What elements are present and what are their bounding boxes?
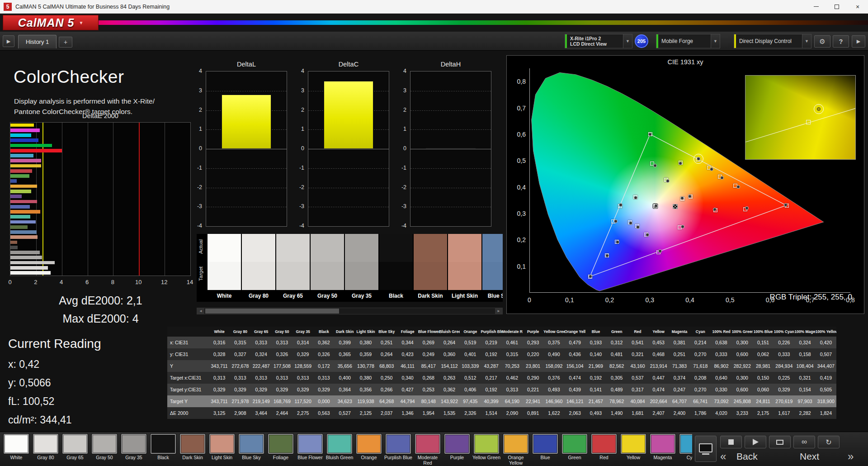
- patch-button[interactable]: Dark Skin: [178, 434, 207, 461]
- table-column-header: 100% Blue: [753, 327, 774, 337]
- strip-patch[interactable]: Blue Sky: [482, 234, 503, 302]
- table-cell: 0,420: [816, 337, 836, 348]
- calman-logo-menu[interactable]: CalMAN 5 ▼: [3, 15, 99, 30]
- patch-button[interactable]: Foliage: [266, 434, 295, 461]
- table-cell: 0,329: [230, 384, 250, 395]
- table-cell: 0,600: [732, 384, 753, 395]
- deltal-tick-number: 1: [199, 126, 202, 132]
- pattern-window-button[interactable]: [769, 436, 791, 448]
- patch-button[interactable]: Yellow Green: [472, 434, 501, 461]
- table-cell: 0,406: [460, 384, 481, 395]
- chevron-down-icon[interactable]: ▼: [802, 34, 811, 48]
- table-cell: 0,313: [230, 372, 250, 384]
- pattern-source-dropdown[interactable]: Mobile Forge ▼: [656, 34, 720, 48]
- patch-button[interactable]: Gray 50: [90, 434, 119, 461]
- patch-button-label: Purplish Blue: [384, 455, 413, 461]
- deltac-tick-number: 2: [301, 107, 304, 113]
- patch-button[interactable]: Green: [560, 434, 589, 461]
- table-cell: 0,313: [502, 384, 523, 395]
- display-control-dropdown[interactable]: Direct Display Control ▼: [734, 34, 811, 48]
- strip-patch-target: [448, 262, 481, 290]
- strip-patch[interactable]: Gray 80: [242, 234, 276, 302]
- meter-name: X-Rite i1Pro 2: [570, 36, 620, 42]
- continuous-measure-button[interactable]: ∞: [793, 436, 815, 448]
- collapse-panel-button[interactable]: ▶: [852, 35, 865, 48]
- stop-icon: [728, 439, 734, 445]
- table-cell: 0,380: [355, 372, 376, 384]
- patch-button[interactable]: Orange: [354, 434, 383, 461]
- stop-button[interactable]: [720, 436, 742, 448]
- close-button[interactable]: ×: [847, 0, 868, 13]
- play-button[interactable]: [745, 436, 766, 448]
- tab-history-1[interactable]: History 1: [18, 35, 57, 48]
- next-chevron-icon[interactable]: »: [848, 450, 854, 463]
- layout-nav-button[interactable]: ▶: [3, 35, 14, 47]
- patch-button[interactable]: Red: [590, 434, 618, 461]
- add-tab-button[interactable]: +: [59, 37, 72, 48]
- scroll-left-button[interactable]: ◄: [197, 308, 204, 314]
- patch-button[interactable]: Blue Sky: [237, 434, 266, 461]
- refresh-button[interactable]: ↻: [818, 436, 840, 448]
- patch-button-color: [503, 434, 528, 454]
- patch-button[interactable]: Black: [149, 434, 178, 461]
- patch-button[interactable]: Orange Yellow: [501, 434, 530, 466]
- strip-patch-label: Dark Skin: [414, 290, 447, 302]
- strip-patch[interactable]: Gray 35: [345, 234, 379, 302]
- deltae-bar: [10, 169, 32, 173]
- patch-button[interactable]: Purplish Blue: [384, 434, 413, 461]
- back-chevron-icon[interactable]: «: [720, 450, 726, 463]
- scrollbar-track[interactable]: [204, 308, 495, 314]
- back-button[interactable]: Back: [736, 451, 758, 462]
- chevron-down-icon[interactable]: ▼: [711, 34, 720, 48]
- strip-patch[interactable]: Dark Skin: [414, 234, 448, 302]
- table-cell: 0,362: [439, 384, 460, 395]
- maximize-button[interactable]: [826, 0, 847, 13]
- deltae-axis-number: 8: [111, 279, 114, 285]
- strip-patch[interactable]: Black: [379, 234, 414, 302]
- table-cell: 0,400: [335, 372, 355, 384]
- patch-button[interactable]: Yellow: [619, 434, 648, 461]
- patch-button[interactable]: Blue: [531, 434, 560, 461]
- display-toggle-button[interactable]: [695, 436, 717, 462]
- patch-button[interactable]: Magenta: [648, 434, 677, 461]
- strip-patch-label: Gray 35: [345, 290, 378, 302]
- strip-patch[interactable]: White: [208, 234, 242, 302]
- patch-button-label: Dark Skin: [178, 455, 207, 461]
- scrollbar-thumb[interactable]: [205, 309, 339, 314]
- strip-patch[interactable]: Gray 65: [276, 234, 311, 302]
- settings-button[interactable]: ⚙: [814, 35, 830, 48]
- table-cell: 0,316: [209, 337, 230, 348]
- patch-button[interactable]: Blue Flower: [296, 434, 325, 461]
- patch-button[interactable]: Gray 80: [31, 434, 60, 461]
- patch-button-color: [474, 434, 499, 454]
- table-row: x: CIE310,3160,3150,3130,3130,3140,3620,…: [167, 337, 836, 348]
- patch-button[interactable]: Moderate Red: [413, 434, 442, 466]
- meter-dropdown[interactable]: X-Rite i1Pro 2 LCD Direct View ▼: [565, 34, 632, 48]
- strip-patch[interactable]: Light Skin: [448, 234, 482, 302]
- deltah-tick-number: -4: [401, 223, 406, 229]
- patch-button[interactable]: Light Skin: [208, 434, 236, 461]
- cie-x-tick-label: 0,3: [646, 296, 654, 304]
- table-row: ΔE 20003,1252,9083,4642,4642,2750,5630,5…: [167, 407, 836, 419]
- patch-button[interactable]: Purple: [443, 434, 472, 461]
- chevron-down-icon[interactable]: ▼: [623, 34, 632, 48]
- table-cell: 270,619: [774, 395, 794, 407]
- patch-button-color: [4, 434, 29, 454]
- strip-patch-actual: [242, 234, 275, 262]
- table-column-header: 100% Yellow: [816, 327, 836, 337]
- inset-target-point: [806, 120, 811, 124]
- table-cell: 3,464: [251, 407, 272, 419]
- scroll-right-button[interactable]: ►: [495, 308, 502, 314]
- patch-button[interactable]: Gray 35: [119, 434, 148, 461]
- patch-button[interactable]: White: [2, 434, 31, 461]
- table-cell: 0,264: [376, 348, 397, 360]
- window-icon: [776, 440, 783, 445]
- strip-scrollbar[interactable]: ◄ ►: [197, 308, 503, 314]
- help-button[interactable]: ?: [833, 35, 849, 48]
- patch-button[interactable]: Gray 65: [61, 434, 90, 461]
- next-button[interactable]: Next: [800, 451, 819, 462]
- strip-patch[interactable]: Gray 50: [311, 234, 345, 302]
- table-cell: 1,514: [481, 407, 501, 419]
- patch-button[interactable]: Bluish Green: [325, 434, 354, 461]
- minimize-button[interactable]: [806, 0, 826, 13]
